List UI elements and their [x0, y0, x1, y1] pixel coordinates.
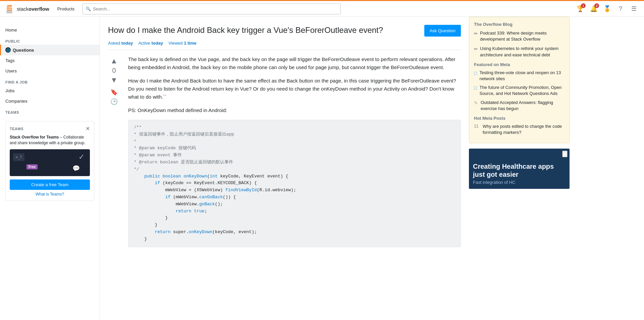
bookmark-button[interactable]: 🔖 — [110, 89, 118, 96]
check-icon: ✓ — [78, 153, 85, 161]
asked-label: Asked — [108, 41, 120, 46]
trophy-icon: 🏅 — [603, 5, 611, 12]
sidebar-item-questions[interactable]: 🌐 Questions — [0, 45, 100, 55]
question-text-ps: PS: OnKeyDown method defined in Android: — [128, 106, 461, 114]
search-input[interactable] — [93, 6, 338, 11]
help-button[interactable]: ? — [614, 3, 627, 15]
logo[interactable]: stackoverflow — [4, 3, 49, 14]
question-meta: Asked today Active today Viewed 1 time — [108, 41, 461, 50]
code-line11: if (mWebView.canGoBack()) { — [134, 194, 455, 201]
code-line9: if (keyCode == KeyEvent.KEYCODE_BACK) { — [134, 180, 455, 187]
nav-icons: 🏆 1 🔔 2 🏅 ? ☰ — [574, 3, 640, 15]
hot-meta-num-0: 11 — [474, 123, 480, 136]
topbar: stackoverflow Products 🔍 🏆 1 🔔 2 🏅 ? ☰ — [0, 0, 644, 17]
viewed-meta: Viewed 1 time — [168, 41, 197, 46]
featured-meta-text-0: Testing three-vote close and reopen on 1… — [479, 70, 565, 82]
sidebar-item-companies[interactable]: Companies — [0, 96, 100, 106]
svg-rect-4 — [7, 8, 12, 9]
code-line6: * @return boolean 是否阻止返回键的默认事件 — [134, 159, 455, 166]
teams-description: Stack Overflow for Teams – Collaborate a… — [10, 135, 90, 146]
achievements-button[interactable]: 🔔 2 — [588, 3, 600, 15]
code-line8: public boolean onKeyDown(int keyCode, Ke… — [134, 173, 455, 180]
teams-illustration: >_? Free ✓ 💬 — [10, 149, 90, 176]
help-icon: ? — [619, 5, 622, 12]
question-layout: ▲ 0 ▼ 🔖 🕒 The back key is defined on the… — [108, 55, 461, 247]
inbox-button[interactable]: 🏆 1 — [574, 3, 586, 15]
featured-meta-item-2: ✎ Outdated Accepted Answers: flagging ex… — [474, 100, 565, 112]
code-line2: * 按返回键事件，阻止用户按返回键后直接退出app — [134, 131, 455, 138]
questions-label: Questions — [13, 48, 34, 53]
products-link[interactable]: Products — [55, 5, 77, 13]
page-wrapper: Home PUBLIC 🌐 Questions Tags Users FIND … — [0, 17, 644, 320]
globe-icon: 🌐 — [5, 47, 11, 53]
code-line17: } — [134, 236, 455, 243]
sidebar-item-users[interactable]: Users — [0, 66, 100, 76]
home-label: Home — [5, 28, 17, 33]
svg-rect-1 — [6, 12, 12, 13]
code-line5: * @param event 事件 — [134, 152, 455, 159]
code-line13: return true; — [134, 208, 455, 215]
blog-box: The Overflow Blog ✏ Podcast 339: Where d… — [469, 17, 570, 143]
trophy-button[interactable]: 🏅 — [601, 3, 613, 15]
featured-meta-text-1: The future of Community Promotion, Open … — [479, 85, 565, 97]
sidebar-item-tags[interactable]: Tags — [0, 55, 100, 66]
ad-box: ✕ Creating Healthcare apps just got easi… — [469, 149, 570, 189]
featured-meta-item-0: □ Testing three-vote close and reopen on… — [474, 70, 565, 82]
sidebar-item-home[interactable]: Home — [0, 25, 100, 35]
svg-rect-2 — [7, 5, 12, 6]
teams-close-button[interactable]: ✕ — [86, 125, 90, 132]
vote-column: ▲ 0 ▼ 🔖 🕒 — [108, 55, 120, 247]
tags-label: Tags — [5, 58, 14, 63]
ad-close-button[interactable]: ✕ — [562, 151, 568, 157]
code-line14: } — [134, 215, 455, 222]
sidebar: Home PUBLIC 🌐 Questions Tags Users FIND … — [0, 17, 100, 320]
hamburger-icon: ☰ — [631, 5, 637, 12]
code-line1: /** — [134, 124, 455, 131]
history-button[interactable]: 🕒 — [110, 98, 118, 105]
code-line3: * — [134, 138, 455, 145]
main-content: How do I make the Android Back key trigg… — [100, 17, 469, 320]
sidebar-item-jobs[interactable]: Jobs — [0, 86, 100, 96]
right-sidebar: The Overflow Blog ✏ Podcast 339: Where d… — [469, 17, 570, 320]
featured-meta-title: Featured on Meta — [474, 62, 565, 67]
hot-meta-title: Hot Meta Posts — [474, 116, 565, 121]
active-meta: Active today — [138, 41, 163, 46]
code-line4: * @param keyCode 按键代码 — [134, 145, 455, 152]
question-text-p2: How do I make the Android Back button to… — [128, 77, 461, 101]
what-is-teams-link[interactable]: What is Teams? — [10, 192, 90, 197]
jobs-label: Jobs — [5, 88, 14, 93]
pencil-icon-0: ✏ — [474, 31, 478, 42]
hamburger-button[interactable]: ☰ — [628, 3, 640, 15]
blog-item-text-1: Using Kubernetes to rethink your system … — [480, 46, 565, 58]
search-bar: 🔍 — [83, 3, 341, 14]
hot-meta-text-0: Why are posts edited to change the code … — [483, 123, 565, 136]
pencil-icon-1: ✏ — [474, 46, 478, 58]
logo-text: stackoverflow — [17, 6, 49, 12]
svg-rect-3 — [7, 6, 12, 8]
ad-title: Creating Healthcare apps just got easier — [473, 162, 566, 178]
asked-value: today — [121, 41, 133, 46]
free-badge: Free — [26, 164, 38, 169]
viewed-value: 1 time — [184, 41, 197, 46]
active-value: today — [151, 41, 163, 46]
question-header: How do I make the Android Back key trigg… — [108, 25, 461, 37]
hot-meta-item-0: 11 Why are posts edited to change the co… — [474, 123, 565, 136]
code-line12: mWebView.goBack(); — [134, 201, 455, 208]
blog-item-0: ✏ Podcast 339: Where design meets develo… — [474, 30, 565, 42]
code-line10: mWebView = (X5WebView) findViewById(R.id… — [134, 187, 455, 194]
ask-question-button[interactable]: Ask Question — [424, 25, 461, 37]
meta-icon-2: ✎ — [474, 100, 478, 107]
downvote-button[interactable]: ▼ — [110, 76, 118, 85]
code-block: /** * 按返回键事件，阻止用户按返回键后直接退出app * * @param… — [128, 120, 461, 247]
chat-icon: 💬 — [72, 165, 80, 172]
ad-subtitle: Fast integration of HC — [473, 180, 566, 185]
meta-icon-1: □ — [474, 85, 477, 92]
inbox-badge: 1 — [581, 3, 586, 8]
code-line15: } — [134, 222, 455, 229]
create-team-button[interactable]: Create a free Team — [10, 179, 90, 190]
viewed-label: Viewed — [168, 41, 182, 46]
blog-item-1: ✏ Using Kubernetes to rethink your syste… — [474, 46, 565, 58]
code-line16: return super.onKeyDown(keyCode, event); — [134, 229, 455, 236]
upvote-button[interactable]: ▲ — [110, 57, 118, 65]
featured-meta-item-1: □ The future of Community Promotion, Ope… — [474, 85, 565, 97]
